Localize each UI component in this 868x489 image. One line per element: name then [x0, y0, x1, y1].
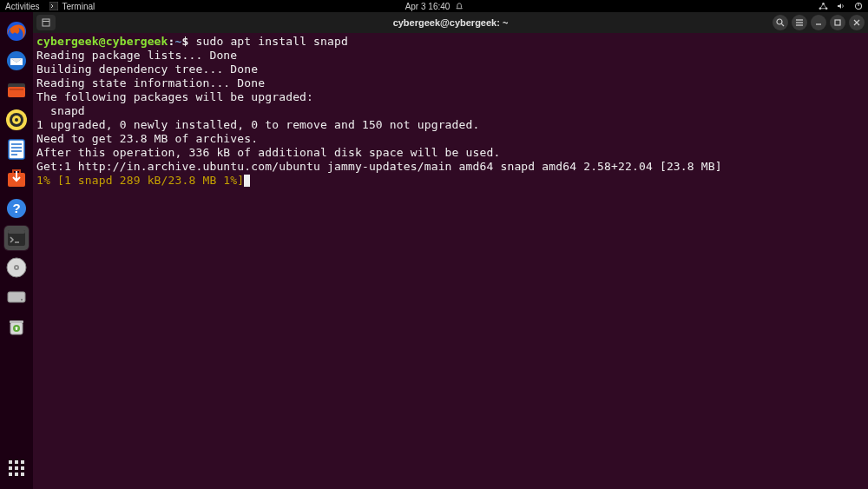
- svg-rect-15: [9, 140, 24, 159]
- close-button[interactable]: [849, 15, 865, 30]
- dock-show-apps[interactable]: [4, 456, 29, 480]
- maximize-icon: [833, 18, 842, 27]
- minimize-icon: [814, 18, 823, 27]
- svg-text:?: ?: [12, 201, 20, 215]
- dock-drive[interactable]: [4, 285, 29, 309]
- svg-rect-31: [8, 292, 25, 302]
- apps-grid-icon: [9, 460, 24, 476]
- output-line: Reading state information... Done: [36, 76, 865, 90]
- topbar-left: Activities Terminal: [5, 2, 95, 11]
- prompt-dollar: $: [182, 35, 196, 48]
- output-line: After this operation, 336 kB of addition…: [36, 146, 865, 160]
- dock-files[interactable]: [4, 78, 29, 102]
- menu-button[interactable]: [792, 15, 807, 30]
- activities-button[interactable]: Activities: [5, 2, 39, 11]
- dock-software[interactable]: [4, 167, 29, 191]
- svg-line-40: [781, 23, 784, 26]
- new-tab-button[interactable]: [36, 15, 56, 30]
- prompt-user: cybergeek@cybergeek: [36, 35, 168, 48]
- dock-rhythmbox[interactable]: [4, 108, 29, 132]
- dock-thunderbird[interactable]: [4, 49, 29, 73]
- window-controls: [773, 15, 865, 30]
- progress-line: 1% [1 snapd 289 kB/23.8 MB 1%]: [36, 174, 244, 187]
- dock-firefox[interactable]: [4, 19, 29, 43]
- datetime-label: Apr 3 16:40: [405, 2, 450, 11]
- power-icon: [854, 2, 863, 10]
- output-line: Get:1 http://in.archive.ubuntu.com/ubunt…: [36, 160, 865, 174]
- search-icon: [776, 18, 785, 27]
- dock-trash[interactable]: [4, 314, 29, 339]
- svg-rect-37: [43, 19, 49, 26]
- svg-point-39: [777, 19, 782, 24]
- tab-icon: [41, 17, 51, 28]
- output-line: snapd: [36, 104, 865, 118]
- hamburger-icon: [795, 18, 804, 27]
- cursor: [244, 175, 250, 187]
- svg-rect-0: [49, 2, 58, 10]
- topbar-status-area[interactable]: [819, 2, 863, 10]
- volume-icon: [837, 2, 845, 10]
- window-title: cybergeek@cybergeek: ~: [393, 17, 509, 28]
- svg-rect-35: [10, 320, 23, 323]
- terminal-window: cybergeek@cybergeek: ~ cybergeek@cyberge…: [33, 12, 868, 489]
- output-line: 1 upgraded, 0 newly installed, 0 to remo…: [36, 118, 865, 132]
- svg-point-33: [21, 299, 23, 301]
- svg-rect-45: [835, 20, 840, 25]
- command-text: sudo apt install snapd: [196, 35, 349, 48]
- network-icon: [819, 2, 828, 10]
- svg-rect-10: [10, 89, 23, 90]
- output-line: Reading package lists... Done: [36, 49, 865, 63]
- terminal-small-icon: [49, 2, 58, 10]
- dock: ?: [0, 12, 33, 489]
- svg-rect-9: [8, 87, 25, 97]
- dock-disk[interactable]: [4, 255, 29, 280]
- search-button[interactable]: [773, 15, 788, 30]
- dock-libreoffice-writer[interactable]: [4, 137, 29, 162]
- minimize-button[interactable]: [811, 15, 826, 30]
- prompt-path: ~: [175, 35, 182, 48]
- terminal-body[interactable]: cybergeek@cybergeek:~$ sudo apt install …: [33, 33, 868, 489]
- maximize-button[interactable]: [830, 15, 845, 30]
- dock-terminal[interactable]: [4, 226, 29, 250]
- topbar-app-label: Terminal: [62, 2, 95, 11]
- gnome-topbar: Activities Terminal Apr 3 16:40: [0, 0, 868, 12]
- notification-icon: [455, 3, 463, 10]
- window-titlebar: cybergeek@cybergeek: ~: [33, 12, 868, 33]
- output-line: Building dependency tree... Done: [36, 63, 865, 76]
- svg-point-30: [16, 267, 17, 268]
- svg-point-14: [15, 118, 18, 122]
- output-line: The following packages will be upgraded:: [36, 90, 865, 104]
- prompt-colon: :: [168, 35, 175, 48]
- topbar-clock[interactable]: Apr 3 16:40: [405, 2, 464, 11]
- dock-help[interactable]: ?: [4, 196, 29, 221]
- topbar-current-app[interactable]: Terminal: [49, 2, 95, 11]
- close-icon: [852, 18, 861, 27]
- svg-rect-25: [8, 230, 25, 234]
- output-line: Need to get 23.8 MB of archives.: [36, 132, 865, 146]
